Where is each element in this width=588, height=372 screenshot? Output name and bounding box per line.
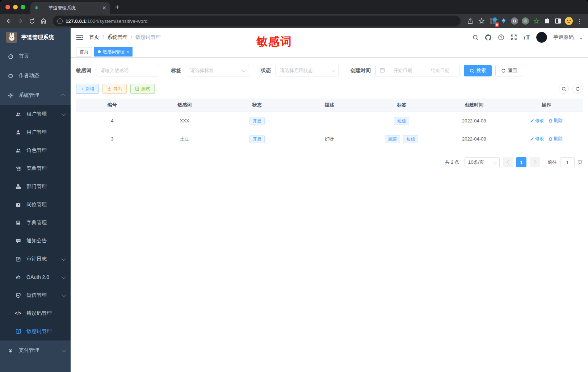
add-button[interactable]: + 新增 — [76, 84, 99, 94]
sidebar-item-system[interactable]: 系统管理 — [0, 85, 71, 105]
extension-kite-icon[interactable] — [499, 16, 508, 26]
sidebar-toggle-icon[interactable] — [553, 16, 563, 26]
reset-button[interactable]: 重置 — [495, 65, 523, 76]
extension-green-star-icon[interactable] — [532, 16, 541, 26]
url-path: :1024/system/sensitive-word — [86, 18, 147, 24]
status-badge: 开启 — [249, 135, 265, 143]
delete-link[interactable]: 删除 — [549, 136, 563, 142]
bookmark-star-icon[interactable] — [476, 16, 487, 26]
sidebar-item-dept[interactable]: 部门管理 — [0, 177, 71, 196]
cell-id: 4 — [76, 118, 148, 124]
browser-tab[interactable]: 芋道管理系统 ✕ — [30, 2, 110, 14]
sidebar-item-tenant[interactable]: 租户管理 — [0, 105, 71, 123]
tag-close-icon[interactable]: × — [127, 50, 129, 54]
user-avatar[interactable] — [536, 32, 547, 43]
chevron-down-icon — [242, 68, 246, 72]
cell-created: 2022-04-08 — [438, 118, 510, 124]
main-area: 首页 / 系统管理 / 敏感词管理 тT 芋道源码 — [71, 28, 588, 372]
sidebar-item-user[interactable]: 用户管理 — [0, 123, 71, 141]
sidebar-logo[interactable]: 芋道管理系统 — [0, 28, 71, 46]
next-page-button[interactable] — [530, 157, 540, 167]
refresh-button[interactable] — [572, 84, 583, 94]
date-range-picker[interactable]: 开始日期 - 结束日期 — [375, 65, 459, 76]
delete-link[interactable]: 删除 — [549, 118, 563, 124]
chrome-menu-icon[interactable]: ⋮ — [575, 16, 584, 26]
active-dot-icon — [98, 50, 101, 53]
edit-link[interactable]: 修改 — [530, 118, 544, 124]
sidebar-item-audit-log[interactable]: 审计日志 — [0, 250, 71, 268]
prev-page-button[interactable] — [503, 157, 513, 167]
share-icon[interactable] — [465, 16, 475, 26]
author-chat-icon — [8, 73, 13, 79]
home-icon[interactable] — [38, 16, 49, 26]
close-window-button[interactable] — [5, 5, 10, 9]
site-info-icon[interactable]: i — [57, 18, 63, 24]
tag-sensitive-word[interactable]: 敏感词管理 × — [94, 47, 133, 57]
tab-close-icon[interactable]: ✕ — [102, 5, 106, 11]
trash-icon — [549, 119, 553, 123]
sidebar-item-error-code[interactable]: </> 错误码管理 — [0, 304, 71, 322]
tag-home[interactable]: 首页 — [76, 47, 92, 57]
page-size-select[interactable]: 10条/页 — [465, 157, 500, 167]
sidebar-item-role[interactable]: 角色管理 — [0, 141, 71, 159]
sidebar-item-author[interactable]: 作者动态 — [0, 66, 71, 85]
tags-view-bar: 首页 敏感词管理 × — [71, 46, 588, 58]
extension-recorder-icon[interactable] — [521, 16, 530, 26]
cell-id: 3 — [76, 136, 148, 142]
caret-down-icon[interactable] — [580, 38, 583, 39]
browser-toolbar: i 127.0.0.1:1024/system/sensitive-word 9 — [0, 14, 588, 28]
status-select[interactable]: 请选择启用状态 — [276, 65, 339, 76]
hamburger-icon[interactable] — [76, 34, 83, 41]
github-icon[interactable] — [485, 34, 492, 41]
sidebar-item-post[interactable]: 岗位管理 — [0, 196, 71, 214]
maximize-window-button[interactable] — [21, 5, 25, 9]
navbar-right: тT 芋道源码 — [472, 32, 583, 43]
app-shell: 芋道管理系统 首页 作者动态 系统管理 租户管理 — [0, 28, 588, 372]
tag-select[interactable]: 请选择标签 — [186, 65, 249, 76]
profile-avatar-icon[interactable] — [564, 16, 574, 26]
search-icon[interactable] — [472, 34, 479, 41]
reload-icon[interactable] — [27, 16, 37, 26]
keyword-input[interactable]: 请输入敏感词 — [96, 65, 159, 76]
sidebar-item-sensitive-word[interactable]: 敏感词管理 — [0, 322, 71, 340]
sidebar-item-home[interactable]: 首页 — [0, 46, 71, 66]
date-end: 结束日期 — [425, 67, 455, 74]
sidebar-item-sms[interactable]: 短信管理 — [0, 286, 71, 304]
table-row: 3 土豆 开启 好呀 蔬菜 短信 2022-04-08 修改 删除 — [76, 130, 583, 148]
cell-created: 2022-04-08 — [438, 136, 510, 142]
back-icon[interactable] — [4, 16, 14, 26]
minimize-window-button[interactable] — [13, 5, 18, 9]
export-button[interactable]: 导出 — [102, 84, 127, 94]
url-bar[interactable]: i 127.0.0.1:1024/system/sensitive-word — [53, 16, 461, 26]
chevron-down-icon — [62, 256, 66, 261]
show-search-button[interactable] — [559, 84, 569, 94]
sidebar-item-dict[interactable]: 字典管理 — [0, 214, 71, 232]
help-icon[interactable] — [498, 34, 504, 41]
sidebar-item-menu[interactable]: 菜单管理 — [0, 159, 71, 177]
log-pen-icon — [15, 256, 21, 262]
chevron-down-icon — [62, 111, 66, 116]
fullscreen-icon[interactable] — [511, 34, 517, 41]
sidebar-item-notice[interactable]: 通知公告 — [0, 232, 71, 250]
new-tab-button[interactable]: + — [115, 3, 119, 12]
trash-icon — [549, 137, 553, 141]
extensions-puzzle-icon[interactable] — [542, 16, 552, 26]
username[interactable]: 芋道源码 — [553, 34, 574, 41]
breadcrumb-home[interactable]: 首页 — [89, 34, 99, 41]
forward-icon[interactable] — [15, 16, 25, 26]
test-button[interactable]: 测试 — [130, 84, 155, 94]
extension-command-icon[interactable] — [510, 16, 519, 26]
page-number[interactable]: 1 — [516, 157, 526, 167]
edit-link[interactable]: 修改 — [530, 136, 544, 142]
pagination: 共 2 条 10条/页 1 前往 1 页 — [76, 157, 583, 167]
app-title: 芋道管理系统 — [21, 34, 54, 41]
extension-grid-icon[interactable]: 9 — [488, 16, 497, 26]
goto-page-input[interactable]: 1 — [560, 157, 575, 167]
breadcrumb-section[interactable]: 系统管理 — [107, 34, 127, 41]
sidebar: 芋道管理系统 首页 作者动态 系统管理 租户管理 — [0, 28, 71, 372]
search-button[interactable]: 搜索 — [464, 65, 492, 76]
tag-badge: 短信 — [394, 117, 409, 125]
sidebar-item-pay[interactable]: ¥ 支付管理 — [0, 340, 71, 360]
font-size-icon[interactable]: тT — [523, 33, 530, 41]
sidebar-item-oauth[interactable]: OAuth 2.0 — [0, 268, 71, 286]
